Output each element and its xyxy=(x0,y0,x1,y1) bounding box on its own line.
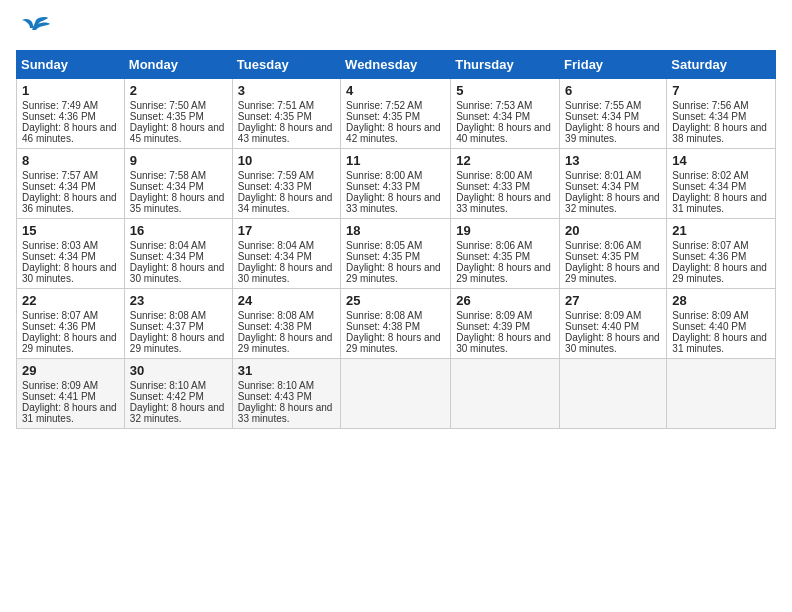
calendar-cell: 3 Sunrise: 7:51 AM Sunset: 4:35 PM Dayli… xyxy=(232,79,340,149)
daylight-label: Daylight: 8 hours and 32 minutes. xyxy=(130,402,225,424)
daylight-label: Daylight: 8 hours and 29 minutes. xyxy=(22,332,117,354)
daylight-label: Daylight: 8 hours and 29 minutes. xyxy=(238,332,333,354)
sunrise-label: Sunrise: 8:07 AM xyxy=(22,310,98,321)
sunset-label: Sunset: 4:35 PM xyxy=(565,251,639,262)
calendar-week-2: 8 Sunrise: 7:57 AM Sunset: 4:34 PM Dayli… xyxy=(17,149,776,219)
sunset-label: Sunset: 4:42 PM xyxy=(130,391,204,402)
daylight-label: Daylight: 8 hours and 29 minutes. xyxy=(672,262,767,284)
calendar-cell: 7 Sunrise: 7:56 AM Sunset: 4:34 PM Dayli… xyxy=(667,79,776,149)
sunset-label: Sunset: 4:38 PM xyxy=(346,321,420,332)
header-thursday: Thursday xyxy=(451,51,560,79)
calendar-cell: 19 Sunrise: 8:06 AM Sunset: 4:35 PM Dayl… xyxy=(451,219,560,289)
daylight-label: Daylight: 8 hours and 36 minutes. xyxy=(22,192,117,214)
day-number: 8 xyxy=(22,153,119,168)
sunrise-label: Sunrise: 8:10 AM xyxy=(238,380,314,391)
day-number: 3 xyxy=(238,83,335,98)
calendar-cell: 12 Sunrise: 8:00 AM Sunset: 4:33 PM Dayl… xyxy=(451,149,560,219)
calendar-header-row: SundayMondayTuesdayWednesdayThursdayFrid… xyxy=(17,51,776,79)
day-number: 6 xyxy=(565,83,661,98)
day-number: 30 xyxy=(130,363,227,378)
calendar-cell: 9 Sunrise: 7:58 AM Sunset: 4:34 PM Dayli… xyxy=(124,149,232,219)
header-tuesday: Tuesday xyxy=(232,51,340,79)
daylight-label: Daylight: 8 hours and 29 minutes. xyxy=(346,332,441,354)
day-number: 26 xyxy=(456,293,554,308)
calendar-cell: 5 Sunrise: 7:53 AM Sunset: 4:34 PM Dayli… xyxy=(451,79,560,149)
day-number: 19 xyxy=(456,223,554,238)
sunrise-label: Sunrise: 8:05 AM xyxy=(346,240,422,251)
calendar-cell: 30 Sunrise: 8:10 AM Sunset: 4:42 PM Dayl… xyxy=(124,359,232,429)
sunset-label: Sunset: 4:36 PM xyxy=(22,111,96,122)
sunrise-label: Sunrise: 7:56 AM xyxy=(672,100,748,111)
calendar-week-3: 15 Sunrise: 8:03 AM Sunset: 4:34 PM Dayl… xyxy=(17,219,776,289)
calendar-cell: 21 Sunrise: 8:07 AM Sunset: 4:36 PM Dayl… xyxy=(667,219,776,289)
logo-bird-icon xyxy=(18,16,50,42)
calendar-week-4: 22 Sunrise: 8:07 AM Sunset: 4:36 PM Dayl… xyxy=(17,289,776,359)
calendar-week-5: 29 Sunrise: 8:09 AM Sunset: 4:41 PM Dayl… xyxy=(17,359,776,429)
calendar-cell: 23 Sunrise: 8:08 AM Sunset: 4:37 PM Dayl… xyxy=(124,289,232,359)
sunset-label: Sunset: 4:34 PM xyxy=(672,111,746,122)
calendar-cell: 22 Sunrise: 8:07 AM Sunset: 4:36 PM Dayl… xyxy=(17,289,125,359)
sunrise-label: Sunrise: 8:07 AM xyxy=(672,240,748,251)
daylight-label: Daylight: 8 hours and 38 minutes. xyxy=(672,122,767,144)
sunrise-label: Sunrise: 8:09 AM xyxy=(565,310,641,321)
sunrise-label: Sunrise: 8:06 AM xyxy=(456,240,532,251)
calendar-cell: 20 Sunrise: 8:06 AM Sunset: 4:35 PM Dayl… xyxy=(560,219,667,289)
sunset-label: Sunset: 4:39 PM xyxy=(456,321,530,332)
calendar-cell: 6 Sunrise: 7:55 AM Sunset: 4:34 PM Dayli… xyxy=(560,79,667,149)
daylight-label: Daylight: 8 hours and 30 minutes. xyxy=(565,332,660,354)
sunset-label: Sunset: 4:34 PM xyxy=(456,111,530,122)
sunrise-label: Sunrise: 7:50 AM xyxy=(130,100,206,111)
sunrise-label: Sunrise: 8:04 AM xyxy=(130,240,206,251)
sunset-label: Sunset: 4:34 PM xyxy=(565,111,639,122)
sunrise-label: Sunrise: 7:58 AM xyxy=(130,170,206,181)
sunrise-label: Sunrise: 8:00 AM xyxy=(456,170,532,181)
day-number: 5 xyxy=(456,83,554,98)
calendar-cell: 11 Sunrise: 8:00 AM Sunset: 4:33 PM Dayl… xyxy=(341,149,451,219)
day-number: 14 xyxy=(672,153,770,168)
sunset-label: Sunset: 4:40 PM xyxy=(565,321,639,332)
header-wednesday: Wednesday xyxy=(341,51,451,79)
calendar-cell: 10 Sunrise: 7:59 AM Sunset: 4:33 PM Dayl… xyxy=(232,149,340,219)
daylight-label: Daylight: 8 hours and 31 minutes. xyxy=(22,402,117,424)
sunset-label: Sunset: 4:36 PM xyxy=(672,251,746,262)
day-number: 15 xyxy=(22,223,119,238)
calendar-cell xyxy=(341,359,451,429)
sunrise-label: Sunrise: 8:09 AM xyxy=(672,310,748,321)
calendar-cell: 31 Sunrise: 8:10 AM Sunset: 4:43 PM Dayl… xyxy=(232,359,340,429)
calendar-cell: 13 Sunrise: 8:01 AM Sunset: 4:34 PM Dayl… xyxy=(560,149,667,219)
calendar-cell: 27 Sunrise: 8:09 AM Sunset: 4:40 PM Dayl… xyxy=(560,289,667,359)
calendar-cell xyxy=(560,359,667,429)
sunrise-label: Sunrise: 7:55 AM xyxy=(565,100,641,111)
day-number: 1 xyxy=(22,83,119,98)
calendar-cell: 4 Sunrise: 7:52 AM Sunset: 4:35 PM Dayli… xyxy=(341,79,451,149)
calendar-cell: 14 Sunrise: 8:02 AM Sunset: 4:34 PM Dayl… xyxy=(667,149,776,219)
sunrise-label: Sunrise: 8:06 AM xyxy=(565,240,641,251)
sunrise-label: Sunrise: 7:57 AM xyxy=(22,170,98,181)
day-number: 22 xyxy=(22,293,119,308)
day-number: 28 xyxy=(672,293,770,308)
sunset-label: Sunset: 4:34 PM xyxy=(130,181,204,192)
daylight-label: Daylight: 8 hours and 46 minutes. xyxy=(22,122,117,144)
calendar-table: SundayMondayTuesdayWednesdayThursdayFrid… xyxy=(16,50,776,429)
day-number: 18 xyxy=(346,223,445,238)
daylight-label: Daylight: 8 hours and 45 minutes. xyxy=(130,122,225,144)
calendar-cell: 28 Sunrise: 8:09 AM Sunset: 4:40 PM Dayl… xyxy=(667,289,776,359)
day-number: 10 xyxy=(238,153,335,168)
sunrise-label: Sunrise: 7:52 AM xyxy=(346,100,422,111)
calendar-cell: 26 Sunrise: 8:09 AM Sunset: 4:39 PM Dayl… xyxy=(451,289,560,359)
day-number: 2 xyxy=(130,83,227,98)
daylight-label: Daylight: 8 hours and 30 minutes. xyxy=(22,262,117,284)
calendar-week-1: 1 Sunrise: 7:49 AM Sunset: 4:36 PM Dayli… xyxy=(17,79,776,149)
daylight-label: Daylight: 8 hours and 35 minutes. xyxy=(130,192,225,214)
daylight-label: Daylight: 8 hours and 34 minutes. xyxy=(238,192,333,214)
day-number: 4 xyxy=(346,83,445,98)
day-number: 21 xyxy=(672,223,770,238)
day-number: 31 xyxy=(238,363,335,378)
sunset-label: Sunset: 4:35 PM xyxy=(238,111,312,122)
day-number: 29 xyxy=(22,363,119,378)
sunset-label: Sunset: 4:35 PM xyxy=(346,251,420,262)
calendar-cell: 1 Sunrise: 7:49 AM Sunset: 4:36 PM Dayli… xyxy=(17,79,125,149)
sunset-label: Sunset: 4:34 PM xyxy=(22,251,96,262)
daylight-label: Daylight: 8 hours and 29 minutes. xyxy=(346,262,441,284)
sunset-label: Sunset: 4:38 PM xyxy=(238,321,312,332)
